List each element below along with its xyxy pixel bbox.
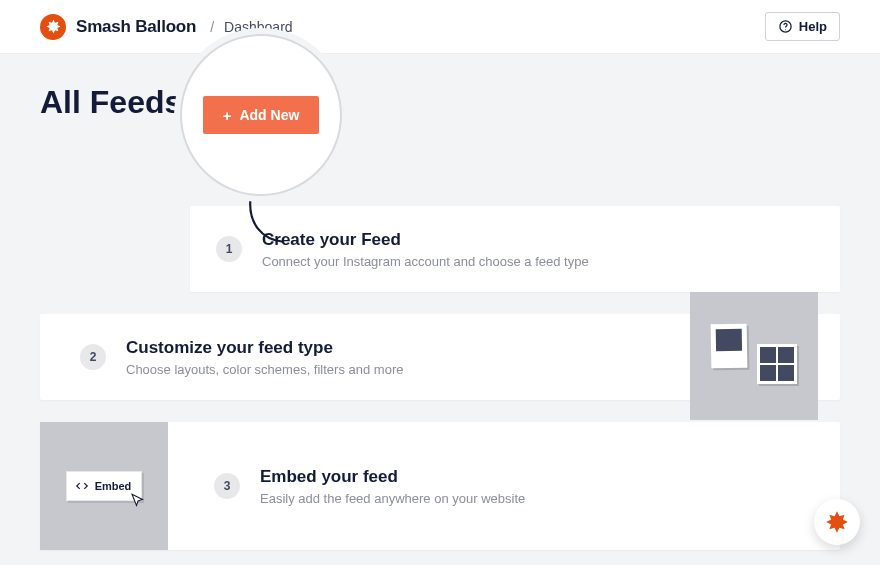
add-new-label: Add New — [239, 107, 299, 123]
step-card-3: Embed 3 Embed your feed Easily add the f… — [40, 422, 840, 550]
help-label: Help — [799, 19, 827, 34]
page-title: All Feeds — [40, 84, 182, 121]
step-title: Create your Feed — [262, 230, 589, 250]
embed-illustration: Embed — [40, 422, 168, 550]
brand-name: Smash Balloon — [76, 17, 196, 37]
top-bar: Smash Balloon / Dashboard Help — [0, 0, 880, 54]
step-card-2: 2 Customize your feed type Choose layout… — [40, 314, 840, 400]
step-desc: Choose layouts, color schemes, filters a… — [126, 362, 403, 377]
grid-tile-icon — [757, 344, 797, 384]
cursor-icon — [129, 492, 147, 510]
layout-illustration — [690, 292, 818, 420]
burst-icon — [824, 509, 850, 535]
step-desc: Connect your Instagram account and choos… — [262, 254, 589, 269]
step-title: Customize your feed type — [126, 338, 403, 358]
code-icon — [75, 479, 89, 493]
plus-icon: + — [223, 108, 232, 123]
layout-tile-icon — [711, 324, 748, 369]
brand-logo-icon — [40, 14, 66, 40]
svg-point-1 — [785, 29, 786, 30]
embed-chip-label: Embed — [95, 480, 132, 492]
breadcrumb-separator: / — [210, 19, 214, 35]
embed-chip: Embed — [66, 471, 143, 501]
step-desc: Easily add the feed anywhere on your web… — [260, 491, 525, 506]
step-number: 3 — [214, 473, 240, 499]
add-new-button[interactable]: + Add New — [203, 96, 320, 134]
page-header: All Feeds — [40, 84, 840, 121]
step-number: 1 — [216, 236, 242, 262]
step-title: Embed your feed — [260, 467, 525, 487]
step-number: 2 — [80, 344, 106, 370]
help-button[interactable]: Help — [765, 12, 840, 41]
support-fab[interactable] — [814, 499, 860, 545]
breadcrumb[interactable]: Dashboard — [224, 19, 293, 35]
add-new-highlight: + Add New — [180, 34, 342, 196]
step-card-1: 1 Create your Feed Connect your Instagra… — [190, 206, 840, 292]
help-icon — [778, 19, 793, 34]
